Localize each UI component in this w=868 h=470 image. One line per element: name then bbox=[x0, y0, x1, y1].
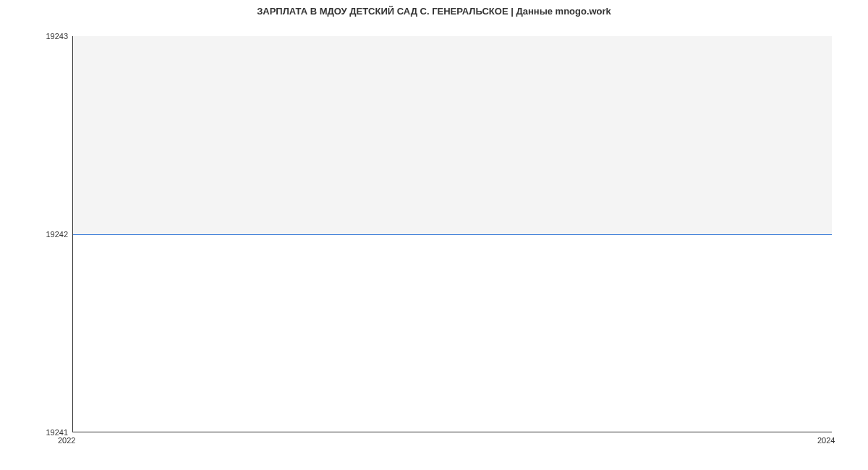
series-line bbox=[73, 234, 832, 235]
x-tick-label: 2022 bbox=[58, 436, 75, 445]
x-tick-label: 2024 bbox=[817, 436, 835, 445]
y-tick-label: 19243 bbox=[46, 32, 68, 40]
y-tick-label: 19242 bbox=[46, 230, 68, 239]
plot-background bbox=[73, 36, 832, 234]
plot-area bbox=[72, 36, 832, 432]
chart-title: ЗАРПЛАТА В МДОУ ДЕТСКИЙ САД С. ГЕНЕРАЛЬС… bbox=[0, 6, 868, 17]
